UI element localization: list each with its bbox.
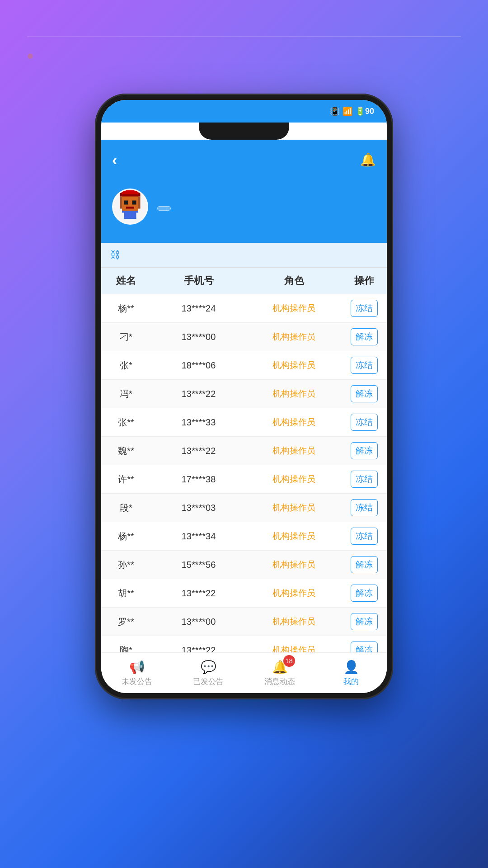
action-button[interactable]: 解冻 xyxy=(351,385,378,402)
table-scroll-area: ⛓ 姓名 手机号 角色 操作 杨** 13****24 机构操作员 冻结 xyxy=(101,243,387,652)
cell-name: 冯* xyxy=(101,382,151,406)
action-button[interactable]: 解冻 xyxy=(351,442,378,459)
cell-name: 刁* xyxy=(101,326,151,349)
status-icons: 📳 📶 🔋90 xyxy=(330,106,374,116)
table-row: 杨** 13****34 机构操作员 冻结 xyxy=(101,522,387,551)
nav-item-0[interactable]: 📢 未发公告 xyxy=(101,653,173,693)
action-button[interactable]: 冻结 xyxy=(351,357,378,374)
nav-label: 消息动态 xyxy=(264,676,295,687)
table-row: 许** 17****38 机构操作员 冻结 xyxy=(101,465,387,494)
cell-role: 机构操作员 xyxy=(246,354,342,377)
cell-name: 胡** xyxy=(101,582,151,605)
phone-notch xyxy=(199,123,289,140)
notification-bell-icon[interactable]: 🔔 xyxy=(360,152,376,167)
cell-role: 机构操作员 xyxy=(246,582,342,604)
cell-name: 张* xyxy=(101,354,151,377)
col-header-phone: 手机号 xyxy=(151,268,246,294)
svg-rect-3 xyxy=(124,201,128,205)
action-button[interactable]: 解冻 xyxy=(351,642,378,652)
cell-action: 冻结 xyxy=(342,465,387,493)
action-button[interactable]: 冻结 xyxy=(351,300,378,317)
col-header-role: 角色 xyxy=(246,268,342,294)
nav-item-1[interactable]: 💬 已发公告 xyxy=(173,653,244,693)
svg-rect-9 xyxy=(120,213,124,219)
signal-icon: 📶 xyxy=(343,106,352,116)
svg-rect-8 xyxy=(122,211,138,219)
cell-role: 机构操作员 xyxy=(246,439,342,462)
cell-phone: 13****22 xyxy=(151,383,246,405)
action-button[interactable]: 解冻 xyxy=(351,556,378,573)
nav-item-3[interactable]: 👤 我的 xyxy=(315,653,387,693)
table-header: 姓名 手机号 角色 操作 xyxy=(101,268,387,294)
cell-phone: 17****38 xyxy=(151,469,246,490)
org-icon: ⛓ xyxy=(110,249,120,261)
cell-action: 解冻 xyxy=(342,437,387,465)
avatar xyxy=(112,189,148,225)
nav-label: 已发公告 xyxy=(193,676,224,687)
svg-rect-5 xyxy=(126,207,134,209)
table-row: 罗** 13****00 机构操作员 解冻 xyxy=(101,608,387,636)
cell-phone: 13****34 xyxy=(151,526,246,547)
phone-frame: 📳 📶 🔋90 ‹ 🔔 xyxy=(95,94,393,699)
cell-phone: 13****00 xyxy=(151,326,246,348)
cell-name: 许** xyxy=(101,468,151,491)
table-row: 冯* 13****22 机构操作员 解冻 xyxy=(101,380,387,408)
svg-rect-4 xyxy=(132,201,136,205)
cell-action: 解冻 xyxy=(342,608,387,636)
action-button[interactable]: 冻结 xyxy=(351,414,378,431)
table-section-header: ⛓ xyxy=(101,243,387,268)
nav-published-icon: 💬 xyxy=(201,660,216,675)
svg-rect-10 xyxy=(136,213,141,219)
table-row: 张* 18****06 机构操作员 冻结 xyxy=(101,351,387,380)
cell-role: 机构操作员 xyxy=(246,382,342,405)
cell-phone: 13****22 xyxy=(151,583,246,604)
cell-action: 解冻 xyxy=(342,380,387,408)
cell-name: 罗** xyxy=(101,610,151,633)
action-button[interactable]: 冻结 xyxy=(351,471,378,488)
cell-role: 机构操作员 xyxy=(246,639,342,652)
cell-role: 机构操作员 xyxy=(246,468,342,491)
action-button[interactable]: 解冻 xyxy=(351,328,378,345)
bottom-nav: 📢 未发公告 💬 已发公告 🔔 18 消息动态 👤 我的 xyxy=(101,652,387,693)
user-profile xyxy=(101,179,387,243)
cell-name: 魏** xyxy=(101,439,151,462)
cell-action: 解冻 xyxy=(342,579,387,607)
table-row: 刁* 13****00 机构操作员 解冻 xyxy=(101,323,387,351)
cell-phone: 13****22 xyxy=(151,440,246,462)
nav-item-2[interactable]: 🔔 18 消息动态 xyxy=(244,653,315,693)
svg-rect-2 xyxy=(138,197,141,209)
cell-action: 解冻 xyxy=(342,551,387,579)
cell-action: 冻结 xyxy=(342,522,387,550)
cell-role: 机构操作员 xyxy=(246,610,342,633)
table-row: 魏** 13****22 机构操作员 解冻 xyxy=(101,437,387,465)
cell-role: 机构操作员 xyxy=(246,297,342,320)
action-button[interactable]: 冻结 xyxy=(351,499,378,516)
back-button[interactable]: ‹ xyxy=(112,151,117,169)
table-row: 张** 13****33 机构操作员 冻结 xyxy=(101,408,387,437)
action-button[interactable]: 解冻 xyxy=(351,585,378,602)
cell-action: 冻结 xyxy=(342,351,387,379)
cell-role: 机构操作员 xyxy=(246,326,342,348)
cell-phone: 13****24 xyxy=(151,298,246,319)
table-body: 杨** 13****24 机构操作员 冻结 刁* 13****00 机构操作员 … xyxy=(101,294,387,652)
cell-name: 张** xyxy=(101,411,151,434)
nav-message-badge-container: 🔔 18 xyxy=(272,660,288,675)
cell-role: 机构操作员 xyxy=(246,411,342,434)
user-info xyxy=(157,203,171,211)
cell-phone: 13****00 xyxy=(151,611,246,632)
phone-screen: 📳 📶 🔋90 ‹ 🔔 xyxy=(101,100,387,693)
badge-count: 18 xyxy=(283,655,295,667)
action-button[interactable]: 冻结 xyxy=(351,528,378,545)
cell-name: 陶* xyxy=(101,639,151,653)
table-row: 杨** 13****24 机构操作员 冻结 xyxy=(101,294,387,323)
avatar-image xyxy=(114,190,146,223)
cell-action: 解冻 xyxy=(342,323,387,351)
vibrate-icon: 📳 xyxy=(330,106,340,116)
app-header: ‹ 🔔 xyxy=(101,140,387,179)
table-row: 段* 13****03 机构操作员 冻结 xyxy=(101,494,387,522)
cell-phone: 18****06 xyxy=(151,355,246,376)
nav-label: 我的 xyxy=(343,676,359,687)
action-button[interactable]: 解冻 xyxy=(351,613,378,630)
user-role-badge xyxy=(157,206,171,211)
nav-unpublished-icon: 📢 xyxy=(129,660,145,675)
